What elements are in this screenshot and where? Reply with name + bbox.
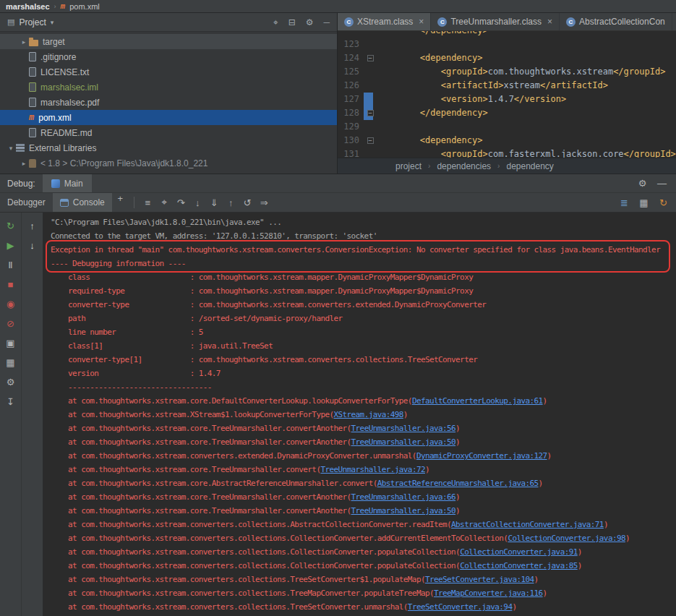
stack-trace-link[interactable]: AbstractReferenceUnmarshaller.java:65: [377, 479, 539, 488]
stack-trace-link[interactable]: TreeSetConverter.java:104: [425, 575, 534, 584]
tree-item-marshalsec.pdf[interactable]: marshalsec.pdf: [0, 95, 337, 110]
editor-code-area[interactable]: </dependency>123124− <dependency>125 <gr…: [338, 31, 676, 158]
breadcrumb-project[interactable]: project: [395, 161, 422, 171]
console-stack-line: at com.thoughtworks.xstream.core.Abstrac…: [51, 476, 676, 490]
line-number: 128: [338, 106, 362, 120]
code-line: 127 <version>1.4.7</version>: [338, 93, 676, 106]
expand-arrow-icon[interactable]: ▸: [19, 160, 29, 167]
tab-console[interactable]: Console: [53, 193, 112, 212]
up-stack-trace-icon[interactable]: ↑: [26, 220, 39, 231]
stack-trace-link[interactable]: DynamicProxyConverter.java:127: [416, 451, 547, 461]
breadcrumb-file[interactable]: pom.xml: [69, 2, 100, 11]
console-stack-line: at com.thoughtworks.xstream.converters.c…: [51, 545, 676, 559]
show-execution-point-icon[interactable]: ⌖: [156, 197, 173, 208]
split-console-icon[interactable]: ▦: [636, 197, 652, 208]
step-out-icon[interactable]: ↑: [223, 197, 239, 208]
rerun-icon[interactable]: ↻: [655, 197, 672, 208]
fold-end-icon[interactable]: −: [367, 110, 374, 116]
run-to-cursor-icon[interactable]: ⇒: [256, 197, 273, 208]
view-breakpoints-icon[interactable]: ◉: [4, 298, 17, 309]
resume-icon[interactable]: ▶: [4, 239, 17, 251]
editor-tab-abstractcollectioncon[interactable]: CAbstractCollectionCon: [560, 13, 672, 30]
class-icon: C: [437, 17, 447, 27]
console-debug-info-line: path : /sorted-set/dynamic-proxy/handler: [51, 312, 676, 325]
tree-item-license.txt[interactable]: LICENSE.txt: [0, 64, 337, 80]
mute-breakpoints-icon[interactable]: ⊘: [4, 317, 17, 329]
expand-arrow-icon[interactable]: ▸: [19, 38, 29, 46]
drop-frame-icon[interactable]: ↺: [239, 197, 256, 208]
tree-item-pom.xml[interactable]: mpom.xml: [0, 110, 337, 125]
breadcrumb-separator: ›: [428, 162, 430, 170]
pause-icon[interactable]: Ⅱ: [4, 259, 17, 270]
tree-item-.gitignore[interactable]: .gitignore: [0, 49, 337, 64]
collapse-arrow-icon[interactable]: ▾: [6, 145, 16, 152]
fold-start-icon[interactable]: −: [367, 55, 374, 61]
tree-item-target[interactable]: ▸target: [0, 34, 337, 49]
tree-item-marshalsec.iml[interactable]: marshalsec.iml: [0, 80, 337, 95]
stack-trace-link[interactable]: AbstractCollectionConverter.java:71: [451, 520, 604, 529]
stack-trace-link[interactable]: TreeUnmarshaller.java:56: [351, 424, 456, 433]
tree-item-readme.md[interactable]: README.md: [0, 125, 337, 140]
tree-item-label: pom.xml: [38, 113, 71, 123]
locate-file-icon[interactable]: ⌖: [273, 17, 278, 27]
stack-trace-link[interactable]: CollectionConverter.java:91: [460, 547, 578, 557]
debug-toolbar: DebuggerConsole+ ≡⌖↷↓⇓↑↺⇒ ≣▦↻: [0, 192, 676, 213]
code-lines: </dependency>123124− <dependency>125 <gr…: [338, 31, 676, 158]
stack-trace-link[interactable]: XStream.java:498: [333, 410, 403, 419]
settings-icon[interactable]: ⚙: [306, 17, 314, 27]
add-tab-icon[interactable]: +: [112, 193, 129, 212]
stack-trace-link[interactable]: DefaultConverterLookup.java:61: [412, 396, 543, 406]
editor-tab-treeunmarshaller.class[interactable]: CTreeUnmarshaller.class×: [431, 13, 560, 30]
project-panel-title[interactable]: Project: [19, 17, 46, 27]
force-step-into-icon[interactable]: ⇓: [206, 197, 223, 208]
stack-trace-link[interactable]: CollectionConverter.java:85: [460, 561, 578, 570]
file-iml-icon: [29, 82, 36, 92]
console-toolbar-actions: ≣▦↻: [616, 197, 672, 208]
close-icon[interactable]: ×: [547, 17, 552, 27]
editor-tab-label: XStream.class: [357, 17, 413, 27]
stack-trace-link[interactable]: TreeUnmarshaller.java:72: [320, 465, 425, 474]
stop-icon[interactable]: ■: [4, 278, 17, 290]
stack-trace-link[interactable]: TreeUnmarshaller.java:50: [351, 506, 456, 516]
collapse-all-icon[interactable]: ⊟: [288, 17, 296, 27]
breadcrumb-separator: ›: [54, 3, 56, 10]
restore-layout-icon[interactable]: ▦: [4, 356, 17, 368]
stack-trace-link[interactable]: TreeMapConverter.java:116: [434, 589, 543, 598]
debug-session-tab-main[interactable]: Main: [43, 174, 92, 192]
class-icon: C: [344, 17, 354, 27]
tree-item-label: < 1.8 > C:\Program Files\Java\jdk1.8.0_2…: [40, 158, 207, 168]
tree-item-external-libraries[interactable]: ▾External Libraries: [0, 140, 337, 155]
settings-icon[interactable]: ⚙: [4, 376, 17, 388]
settings-icon[interactable]: ⚙: [634, 178, 651, 189]
debug-console[interactable]: "C:\Program Files\Java\jdk1.8.0_221\bin\…: [43, 213, 676, 616]
stack-trace-link[interactable]: TreeSetConverter.java:94: [408, 602, 513, 612]
view-options-icon[interactable]: ≡: [140, 197, 156, 208]
breadcrumb-dependency[interactable]: dependency: [506, 161, 553, 171]
minimize-icon[interactable]: —: [654, 178, 670, 189]
partial-top-line: </dependency>: [338, 31, 676, 38]
thread-dump-icon[interactable]: ▣: [4, 337, 17, 348]
console-nav-toolbar: ↑↓: [22, 213, 43, 616]
pin-icon[interactable]: ↧: [4, 395, 17, 407]
fold-start-icon[interactable]: −: [367, 137, 374, 144]
stack-trace-link[interactable]: CollectionConverter.java:98: [508, 534, 625, 543]
step-over-icon[interactable]: ↷: [173, 197, 189, 208]
stack-trace-link[interactable]: TreeUnmarshaller.java:50: [351, 437, 456, 447]
stack-trace-link[interactable]: TreeUnmarshaller.java:66: [351, 492, 456, 502]
editor-tab-bar: CXStream.class×CTreeUnmarshaller.class×C…: [338, 13, 676, 31]
tab-debugger[interactable]: Debugger: [0, 193, 53, 212]
editor-tab-xstream.class[interactable]: CXStream.class×: [338, 13, 431, 30]
chevron-down-icon[interactable]: ▾: [51, 19, 54, 26]
breadcrumb-dependencies[interactable]: dependencies: [437, 161, 491, 171]
soft-wrap-icon[interactable]: ≣: [616, 197, 633, 208]
line-number: [338, 31, 362, 38]
indent-spacer: [0, 117, 19, 118]
console-output: "C:\Program Files\Java\jdk1.8.0_221\bin\…: [51, 215, 676, 614]
step-into-icon[interactable]: ↓: [189, 197, 206, 208]
code-text: <groupId>com.fasterxml.jackson.core</gro…: [378, 147, 676, 158]
close-icon[interactable]: ×: [419, 17, 424, 27]
hide-panel-icon[interactable]: ─: [323, 17, 330, 27]
tree-item-1.8-c-program-files-java-jdk1.8.0-221[interactable]: ▸< 1.8 > C:\Program Files\Java\jdk1.8.0_…: [0, 155, 337, 171]
rerun-debug-icon[interactable]: ↻: [4, 220, 17, 231]
down-stack-trace-icon[interactable]: ↓: [26, 239, 39, 251]
